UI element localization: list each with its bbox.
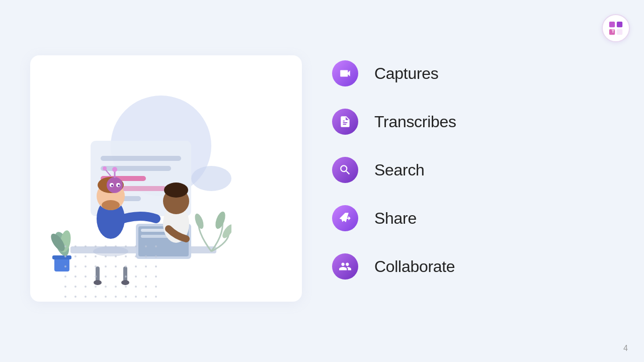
svg-point-56: [74, 255, 76, 257]
svg-point-44: [118, 185, 120, 187]
svg-point-47: [85, 245, 87, 247]
svg-point-52: [135, 245, 137, 247]
share-icon-circle: [332, 205, 358, 231]
svg-point-78: [95, 276, 97, 278]
svg-point-79: [105, 276, 107, 278]
svg-point-40: [103, 166, 107, 170]
svg-point-48: [95, 245, 97, 247]
svg-point-69: [105, 265, 107, 267]
svg-point-99: [105, 296, 107, 298]
svg-point-91: [125, 286, 127, 288]
svg-point-58: [95, 255, 97, 257]
svg-text:T: T: [612, 29, 615, 34]
search-icon-circle: [332, 157, 358, 183]
svg-point-100: [115, 296, 117, 298]
svg-point-80: [115, 276, 117, 278]
svg-point-87: [85, 286, 87, 288]
trint-logo-icon: T: [608, 21, 623, 36]
svg-point-20: [102, 200, 120, 210]
captures-label: Captures: [374, 64, 438, 83]
svg-point-102: [135, 296, 137, 298]
svg-point-33: [213, 210, 227, 230]
svg-point-63: [145, 255, 147, 257]
svg-point-38: [112, 167, 117, 172]
svg-point-64: [155, 255, 157, 257]
feature-list: Captures Transcribes Search Sha: [332, 60, 456, 280]
svg-point-68: [95, 265, 97, 267]
svg-point-54: [155, 245, 157, 247]
svg-point-82: [135, 276, 137, 278]
svg-rect-0: [609, 22, 615, 27]
svg-point-94: [155, 286, 157, 288]
collaborate-icon-circle: [332, 253, 358, 280]
svg-point-103: [145, 296, 147, 298]
svg-point-104: [155, 296, 157, 298]
feature-item-collaborate: Collaborate: [332, 253, 456, 280]
svg-point-61: [125, 255, 127, 257]
svg-point-59: [105, 255, 107, 257]
svg-point-55: [64, 255, 66, 257]
share-icon: [339, 212, 352, 225]
svg-point-66: [74, 265, 76, 267]
dot-grid: [60, 241, 161, 302]
svg-point-36: [107, 177, 123, 193]
svg-point-67: [85, 265, 87, 267]
svg-rect-7: [101, 166, 171, 171]
svg-point-23: [164, 183, 188, 198]
svg-point-101: [125, 296, 127, 298]
users-icon: [339, 260, 352, 273]
document-icon: [339, 115, 352, 128]
share-label: Share: [374, 209, 417, 228]
feature-item-share: Share: [332, 205, 456, 231]
svg-point-97: [85, 296, 87, 298]
svg-point-90: [115, 286, 117, 288]
feature-item-search: Search: [332, 157, 456, 183]
svg-rect-6: [101, 156, 181, 161]
feature-item-captures: Captures: [332, 60, 456, 86]
search-icon: [339, 163, 352, 176]
illustration-card: [30, 55, 302, 302]
svg-point-83: [145, 276, 147, 278]
svg-point-72: [135, 265, 137, 267]
logo-circle: T: [602, 14, 630, 42]
feature-item-transcribes: Transcribes: [332, 109, 456, 135]
search-label: Search: [374, 161, 425, 179]
transcribes-label: Transcribes: [374, 113, 456, 131]
svg-point-35: [193, 213, 205, 230]
page-number: 4: [623, 344, 628, 353]
svg-point-71: [125, 265, 127, 267]
transcribes-icon-circle: [332, 109, 358, 135]
svg-point-60: [115, 255, 117, 257]
svg-point-53: [145, 245, 147, 247]
svg-point-74: [155, 265, 157, 267]
collaborate-label: Collaborate: [374, 257, 455, 276]
svg-point-65: [64, 265, 66, 267]
svg-rect-1: [617, 22, 622, 27]
svg-point-70: [115, 265, 117, 267]
svg-point-73: [145, 265, 147, 267]
svg-point-77: [85, 276, 87, 278]
svg-point-46: [74, 245, 76, 247]
svg-point-62: [135, 255, 137, 257]
svg-point-43: [111, 185, 113, 187]
svg-point-57: [85, 255, 87, 257]
svg-point-89: [105, 286, 107, 288]
svg-point-96: [74, 296, 76, 298]
svg-point-49: [105, 245, 107, 247]
svg-point-93: [145, 286, 147, 288]
svg-point-81: [125, 276, 127, 278]
video-icon: [339, 67, 352, 80]
svg-rect-15: [141, 235, 169, 238]
svg-point-85: [64, 286, 66, 288]
captures-icon-circle: [332, 60, 358, 86]
svg-point-45: [64, 245, 66, 247]
svg-point-95: [64, 296, 66, 298]
svg-point-75: [64, 276, 66, 278]
svg-point-92: [135, 286, 137, 288]
svg-point-86: [74, 286, 76, 288]
svg-point-88: [95, 286, 97, 288]
svg-point-84: [155, 276, 157, 278]
svg-point-50: [115, 245, 117, 247]
svg-point-98: [95, 296, 97, 298]
svg-point-51: [125, 245, 127, 247]
